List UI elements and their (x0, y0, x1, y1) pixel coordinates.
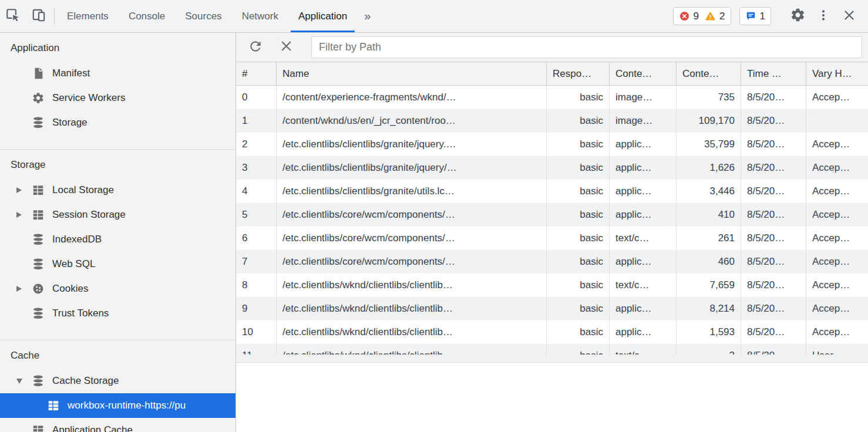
cell: User-… (806, 344, 868, 355)
sidebar-item-trust-tokens[interactable]: Trust Tokens (0, 301, 235, 326)
tab-elements[interactable]: Elements (57, 0, 119, 32)
cache-entry-row[interactable]: 9/etc.clientlibs/wknd/clientlibs/clientl… (236, 297, 868, 320)
sidebar-item-indexeddb[interactable]: IndexedDB (0, 227, 235, 252)
cell: 1,593 (677, 320, 741, 344)
cell: 8/5/20… (741, 133, 806, 156)
cell: image… (610, 109, 677, 133)
cell: 6 (236, 227, 277, 250)
database-icon (32, 258, 45, 271)
console-errors-warnings-badge[interactable]: 9 2 (673, 7, 731, 25)
more-tabs-button[interactable]: » (357, 0, 378, 32)
cell: Accep… (806, 274, 868, 297)
cache-entry-row[interactable]: 6/etc.clientlibs/core/wcm/components/…ba… (236, 227, 868, 250)
cache-entry-row[interactable]: 7/etc.clientlibs/core/wcm/components/…ba… (236, 250, 868, 274)
sidebar-item-cookies[interactable]: Cookies (0, 276, 235, 301)
sidebar-item-local-storage[interactable]: Local Storage (0, 178, 235, 203)
cache-entry-row[interactable]: 10/etc.clientlibs/wknd/clientlibs/client… (236, 320, 868, 344)
tab-sources[interactable]: Sources (175, 0, 231, 32)
cell: applic… (610, 156, 677, 180)
triangle-right-icon (16, 187, 22, 193)
sidebar-item-label: IndexedDB (52, 234, 102, 245)
grid-icon (32, 424, 45, 432)
device-toolbar-button[interactable] (26, 0, 52, 32)
database-icon (32, 374, 45, 387)
sidebar-item-application-cache[interactable]: Application Cache (0, 418, 235, 432)
tab-bar-right: 9 2 1 (665, 0, 868, 32)
disclosure-triangle-icon[interactable] (16, 212, 32, 218)
sidebar-item-label: Cookies (52, 283, 88, 295)
column-header-name[interactable]: Name (277, 62, 547, 85)
disclosure-triangle-icon[interactable] (16, 379, 32, 384)
cell: basic (547, 297, 610, 320)
cell: /etc.clientlibs/core/wcm/components/… (277, 203, 547, 227)
column-header-vary-h[interactable]: Vary H… (806, 62, 868, 85)
cell: /etc.clientlibs/clientlibs/granite/jquer… (277, 156, 547, 180)
sidebar-item-session-storage[interactable]: Session Storage (0, 203, 235, 227)
cache-entry-row[interactable]: 1/content/wknd/us/en/_jcr_content/roo…ba… (236, 109, 868, 133)
disclosure-triangle-icon[interactable] (16, 187, 32, 193)
cache-entry-row[interactable]: 2/etc.clientlibs/clientlibs/granite/jque… (236, 133, 868, 156)
cell: Accep… (806, 320, 868, 344)
cell: 5 (236, 203, 277, 227)
sidebar-item-label: Local Storage (52, 184, 114, 196)
cell: 2 (236, 133, 277, 156)
sidebar-item-service-workers[interactable]: Service Workers (0, 86, 235, 110)
tab-console[interactable]: Console (119, 0, 175, 32)
cache-entry-row[interactable]: 5/etc.clientlibs/core/wcm/components/…ba… (236, 203, 868, 227)
inspect-element-button[interactable] (0, 0, 26, 32)
cell: Accep… (806, 227, 868, 250)
cache-entry-row[interactable]: 3/etc.clientlibs/clientlibs/granite/jque… (236, 156, 868, 180)
cell: 9 (236, 297, 277, 320)
cell: basic (547, 109, 610, 133)
cell: 410 (677, 203, 741, 227)
devtools-window: ElementsConsoleSourcesNetworkApplication… (0, 0, 868, 432)
section-title-storage: Storage (0, 158, 235, 178)
cache-entry-row[interactable]: 0/content/experience-fragments/wknd/…bas… (236, 86, 868, 109)
cell: basic (547, 86, 610, 109)
cell: 11 (236, 344, 277, 355)
sidebar-section-application: ApplicationManifestService WorkersStorag… (0, 33, 235, 150)
sidebar-item-web-sql[interactable]: Web SQL (0, 252, 235, 276)
triangle-right-icon (16, 286, 22, 292)
kebab-menu-icon (816, 8, 830, 25)
more-options-button[interactable] (810, 8, 836, 25)
sidebar-item-label: Session Storage (52, 209, 126, 221)
cell: Accep… (806, 180, 868, 203)
cell: basic (547, 156, 610, 180)
devtools-tab-bar: ElementsConsoleSourcesNetworkApplication… (0, 0, 868, 33)
tab-network[interactable]: Network (232, 0, 288, 32)
clear-x-icon (280, 39, 293, 55)
issues-message-badge[interactable]: 1 (739, 7, 771, 25)
cell: 8 (236, 274, 277, 297)
horizontal-scrollbar[interactable] (236, 355, 868, 363)
column-header-respo[interactable]: Respo… (547, 62, 610, 85)
cache-entry-row[interactable]: 11/etc.clientlibs/wknd/clientlibs/client… (236, 344, 868, 355)
sidebar-item-cache-storage[interactable]: Cache Storage (0, 369, 235, 393)
column-header-time[interactable]: Time … (741, 62, 806, 85)
cache-entry-row[interactable]: 4/etc.clientlibs/clientlibs/granite/util… (236, 180, 868, 203)
sidebar-item-label: Service Workers (52, 92, 125, 104)
delete-selected-button[interactable] (277, 39, 295, 56)
sidebar-item-label: workbox-runtime-https://pu (68, 400, 186, 411)
column-header-conte[interactable]: Conte… (677, 62, 741, 85)
refresh-button[interactable] (247, 39, 264, 56)
filter-by-path-input[interactable] (311, 36, 862, 58)
cell: /etc.clientlibs/clientlibs/granite/jquer… (277, 133, 547, 156)
warning-icon (705, 11, 716, 22)
cell: Accep… (806, 156, 868, 180)
cell: /etc.clientlibs/core/wcm/components/… (277, 227, 547, 250)
cache-entry-row[interactable]: 8/etc.clientlibs/wknd/clientlibs/clientl… (236, 274, 868, 297)
tab-application[interactable]: Application (288, 0, 357, 32)
message-bubble-icon (745, 11, 756, 22)
disclosure-triangle-icon[interactable] (16, 286, 32, 292)
column-header-conte[interactable]: Conte… (610, 62, 677, 85)
sidebar-item-manifest[interactable]: Manifest (0, 61, 235, 86)
gear-icon (32, 92, 45, 104)
close-devtools-button[interactable] (836, 8, 862, 25)
cell: 261 (677, 227, 741, 250)
sidebar-item-workbox-runtime-https-pu[interactable]: workbox-runtime-https://pu (0, 393, 235, 418)
settings-button[interactable] (785, 7, 810, 25)
column-header-index[interactable]: # (236, 62, 277, 85)
sidebar-item-storage[interactable]: Storage (0, 110, 235, 135)
cell: applic… (610, 180, 677, 203)
